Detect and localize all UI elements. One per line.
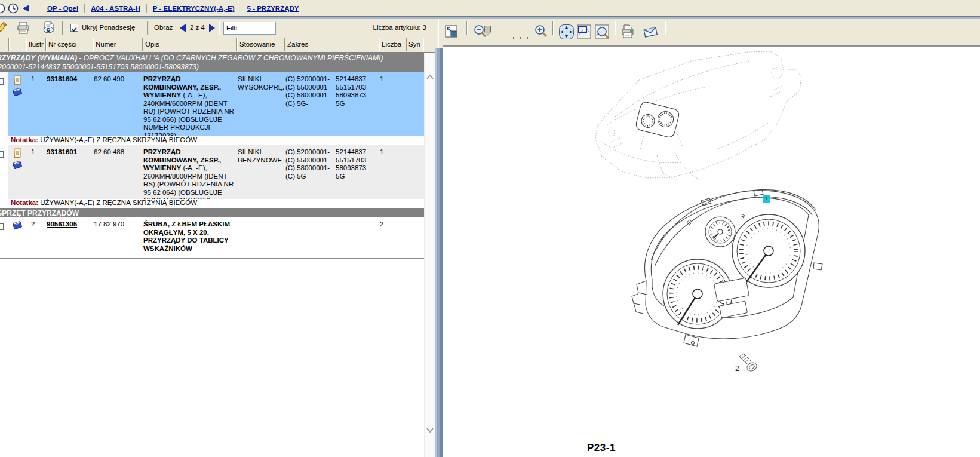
divider <box>438 19 439 48</box>
part-number-link[interactable]: 93181601 <box>47 148 77 155</box>
row-quantity: 1 <box>379 145 406 199</box>
row-checkbox[interactable] <box>0 72 8 136</box>
note-text: UŻYWANY(-A,-E) Z RĘCZNĄ SKRZYNIĄ BIEGÓW <box>38 136 197 143</box>
divider <box>41 4 41 13</box>
parts-toolbar: Ukryj Ponadsesję Obraz 2 z 4 Liczba arty… <box>0 19 435 37</box>
divider <box>665 21 666 35</box>
column-header-nr-czesci[interactable]: Nr części <box>48 41 76 48</box>
divider <box>62 21 63 35</box>
row-syn <box>406 217 424 258</box>
previous-image-icon[interactable] <box>180 24 186 32</box>
zoom-slider-track[interactable] <box>493 35 531 35</box>
note-label: Notatka: <box>11 199 38 206</box>
part-callout-1[interactable]: 1 <box>763 195 770 203</box>
divider <box>147 21 148 35</box>
breadcrumb-link-subgroup[interactable]: 5 - PRZYRZĄDY <box>247 5 299 12</box>
row-checkbox[interactable] <box>0 217 8 258</box>
group-title: OSPRZĘT PRZYRZĄDÓW <box>0 209 79 217</box>
note-label: Notatka: <box>11 136 38 143</box>
catalog-book-icon[interactable] <box>12 220 23 230</box>
print-preview-icon[interactable] <box>42 21 56 35</box>
part-number-link[interactable]: 90561305 <box>47 220 77 228</box>
row-syn <box>406 145 424 199</box>
row-range-to: 52144837 55151703 58093873 5G <box>334 145 379 199</box>
column-header-liczba[interactable]: Liczba <box>382 41 401 48</box>
row-ilustr: 2 <box>26 217 45 258</box>
row-checkbox[interactable] <box>0 145 8 199</box>
row-numer: 62 60 488 <box>93 145 142 199</box>
table-row[interactable]: 2 90561305 17 82 970 ŚRUBA, Z ŁBEM PŁASK… <box>0 217 424 259</box>
document-icon[interactable] <box>13 148 22 158</box>
illustration-panel: 1 2 P23-1 <box>443 19 980 457</box>
technical-drawing <box>443 48 980 457</box>
table-row[interactable]: 1 93181604 62 60 490 PRZYRZĄD KOMBINOWAN… <box>0 72 424 136</box>
magnifier-page-icon[interactable] <box>594 24 611 40</box>
column-header-ilustr[interactable]: Ilustr <box>29 41 44 48</box>
row-quantity: 2 <box>379 217 406 258</box>
pan-icon[interactable] <box>558 24 575 40</box>
note-row: Notatka: UŻYWANY(-A,-E) Z RĘCZNĄ SKRZYNI… <box>0 136 424 145</box>
slider-tick <box>527 37 528 39</box>
catalog-book-icon[interactable] <box>12 87 23 97</box>
row-ilustr: 1 <box>26 145 45 199</box>
row-range-from: (C) 52000001- (C) 55000001- (C) 58000001… <box>284 72 334 136</box>
back-icon[interactable] <box>23 5 29 12</box>
divider <box>466 21 468 35</box>
column-header-stosowanie[interactable]: Stosowanie <box>239 41 275 48</box>
row-description: PRZYRZĄD KOMBINOWANY, ZESP., WYMIENNY (-… <box>142 72 236 136</box>
hide-supersession-checkbox[interactable] <box>70 24 78 32</box>
divider <box>236 38 238 51</box>
breadcrumb-link-group[interactable]: P - ELEKTRYCZNY(-A,-E) <box>153 5 235 12</box>
column-header-numer[interactable]: Numer <box>96 41 116 48</box>
table-row[interactable]: 1 93181601 62 60 488 PRZYRZĄD KOMBINOWAN… <box>0 145 424 199</box>
next-image-icon[interactable] <box>209 24 215 32</box>
pencil-icon[interactable] <box>0 21 8 35</box>
breadcrumb-bar: OP - Opel A04 - ASTRA-H P - ELEKTRYCZNY(… <box>0 0 980 17</box>
check-icon <box>71 26 78 33</box>
clock-icon[interactable] <box>8 3 19 14</box>
slider-tick <box>506 37 506 39</box>
row-numer: 62 60 490 <box>93 72 142 136</box>
column-header-opis[interactable]: Opis <box>145 41 159 48</box>
divider <box>435 48 443 457</box>
filter-input[interactable] <box>223 22 276 35</box>
column-header-syn[interactable]: Syn <box>408 41 420 48</box>
print-icon[interactable] <box>17 21 30 35</box>
send-page-icon[interactable] <box>642 24 659 39</box>
hide-supersession-label: Ukryj Ponadsesję <box>82 24 135 31</box>
chevron-up-icon[interactable] <box>426 74 434 80</box>
parts-table: PRZYRZĄDY (WYMIANA) - OPRÓCZ VAUXHALL'A … <box>0 53 424 259</box>
row-description: ŚRUBA, Z ŁBEM PŁASKIM OKRĄGŁYM, 5 X 20, … <box>142 217 236 258</box>
note-text: UŻYWANY(-A,-E) Z RĘCZNĄ SKRZYNIĄ BIEGÓW <box>38 199 197 206</box>
vertical-scrollbar[interactable] <box>424 53 435 457</box>
figure-label: P23-1 <box>587 442 616 454</box>
row-quantity: 1 <box>379 72 406 136</box>
divider <box>84 4 85 13</box>
breadcrumb-link-make[interactable]: OP - Opel <box>47 5 78 12</box>
group-title: PRZYRZĄDY (WYMIANA) <box>0 54 77 62</box>
row-description: PRZYRZĄD KOMBINOWANY, ZESP., WYMIENNY (-… <box>142 145 236 199</box>
print-icon[interactable] <box>620 24 635 39</box>
parts-list-panel: Ukryj Ponadsesję Obraz 2 z 4 Liczba arty… <box>0 19 435 457</box>
slider-tick <box>513 37 514 39</box>
slider-tick <box>499 37 499 39</box>
row-usage: SILNIKI WYSOKOPRĘŻNE <box>236 72 284 136</box>
part-number-link[interactable]: 93181604 <box>47 75 77 82</box>
epc-application-window: OP - Opel A04 - ASTRA-H P - ELEKTRYCZNY(… <box>0 0 980 457</box>
history-icon[interactable] <box>0 3 5 14</box>
divider <box>379 38 380 51</box>
row-numer: 17 82 970 <box>93 217 142 258</box>
document-icon[interactable] <box>13 75 22 85</box>
divider <box>93 38 94 51</box>
chevron-down-icon[interactable] <box>426 427 434 433</box>
catalog-book-icon[interactable] <box>12 160 23 170</box>
breadcrumb-link-model[interactable]: A04 - ASTRA-H <box>91 5 140 12</box>
panel-splitter[interactable] <box>435 19 443 457</box>
divider <box>615 21 616 35</box>
divider <box>423 38 424 51</box>
fit-page-icon[interactable] <box>444 24 459 39</box>
zoom-in-icon[interactable] <box>533 24 549 39</box>
column-header-zakres[interactable]: Zakres <box>287 41 308 48</box>
row-syn <box>406 72 424 136</box>
zoom-region-icon[interactable] <box>576 24 592 40</box>
